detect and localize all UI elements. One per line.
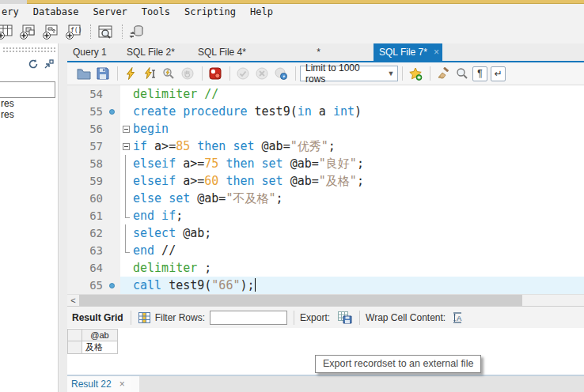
close-icon[interactable]: × xyxy=(434,47,439,58)
refresh-icon[interactable] xyxy=(28,58,39,70)
line-number: 62 xyxy=(67,224,103,242)
row-selector-header[interactable] xyxy=(68,330,82,341)
rollback-icon xyxy=(253,66,271,81)
result-table[interactable]: @ab及格 xyxy=(67,329,118,354)
menu-item-scripting[interactable]: Scripting xyxy=(177,6,243,17)
tab-bar-fill xyxy=(139,376,584,392)
sidebar-search-input[interactable] xyxy=(0,81,55,98)
find-icon[interactable] xyxy=(453,66,471,81)
create-view-icon[interactable] xyxy=(17,22,38,41)
token-pl: test9( xyxy=(161,278,211,292)
limit-rows-dropdown[interactable]: Limit to 1000 rows ▼ xyxy=(300,66,398,81)
collapse-panel-icon[interactable] xyxy=(44,58,55,70)
wrap-cell-content-label: Wrap Cell Content: xyxy=(366,312,446,323)
panel-grip[interactable] xyxy=(2,46,56,54)
sidebar-item[interactable]: res xyxy=(0,109,58,120)
code-line[interactable]: 58elseif a>=75 then set @ab="良好"; xyxy=(67,155,584,172)
column-header[interactable]: @ab xyxy=(82,330,118,341)
sql-code-editor[interactable]: 54delimiter //55create procedure test9(i… xyxy=(67,85,584,294)
statement-marker xyxy=(103,103,120,120)
scrollbar-thumb[interactable] xyxy=(79,295,522,306)
token-pl: // xyxy=(154,243,176,258)
menu-item-database[interactable]: Database xyxy=(26,6,86,17)
code-line[interactable]: 56begin xyxy=(67,120,584,138)
open-file-icon[interactable] xyxy=(75,66,93,81)
code-line[interactable]: 57if a>=85 then set @ab="优秀"; xyxy=(67,138,584,155)
token-kw: set xyxy=(169,191,190,205)
close-icon[interactable]: × xyxy=(119,379,125,390)
code-line[interactable]: 54delimiter // xyxy=(67,85,584,103)
fold-none-icon xyxy=(120,85,131,103)
code-line[interactable]: 64delimiter ; xyxy=(67,259,584,277)
horizontal-scrollbar[interactable]: < xyxy=(67,294,584,306)
fold-box-icon[interactable] xyxy=(120,120,131,138)
export-recordset-icon[interactable] xyxy=(338,311,352,324)
code-line[interactable]: 62select @ab; xyxy=(67,224,584,242)
code-text: select @ab; xyxy=(131,224,211,242)
export-tooltip: Export recordset to an external file xyxy=(315,355,481,373)
table-row[interactable]: 及格 xyxy=(68,341,118,354)
code-line[interactable]: 65call test9("66"); xyxy=(67,277,584,294)
document-tab[interactable]: Query 1 xyxy=(67,43,121,61)
token-kw: then xyxy=(226,174,254,188)
token-kw: set xyxy=(262,174,283,188)
filter-rows-input[interactable] xyxy=(210,311,287,325)
create-table-icon[interactable] xyxy=(0,22,15,41)
add-snippet-icon[interactable] xyxy=(407,66,424,81)
editor-area: Query 1SQL File 2*SQL File 4**SQL File 7… xyxy=(67,43,584,392)
document-tab[interactable]: SQL File 7*× xyxy=(374,43,442,61)
table-cell[interactable]: 及格 xyxy=(82,341,118,354)
token-pl: ; xyxy=(328,139,336,153)
code-line[interactable]: 60else set @ab="不及格"; xyxy=(67,190,584,207)
show-invisibles-icon[interactable]: ¶ xyxy=(472,66,487,81)
token-pl: a>= xyxy=(176,174,204,188)
line-number: 55 xyxy=(67,103,103,120)
beautify-icon[interactable] xyxy=(434,66,452,81)
code-line[interactable]: 61end if; xyxy=(67,207,584,224)
fold-box-icon[interactable] xyxy=(120,138,131,155)
result-tab-bar: Result 22× xyxy=(67,375,584,392)
menu-item-help[interactable]: Help xyxy=(243,6,280,17)
dropdown-arrow-icon[interactable]: ▼ xyxy=(385,70,397,77)
document-tab-label: Query 1 xyxy=(73,47,107,58)
code-line[interactable]: 63end // xyxy=(67,242,584,259)
token-kw: then xyxy=(226,156,254,171)
row-selector[interactable] xyxy=(68,341,82,354)
token-kw: set xyxy=(233,139,254,153)
document-tab[interactable]: SQL File 4* xyxy=(192,43,264,61)
execute-icon[interactable] xyxy=(122,66,139,81)
document-tab[interactable]: SQL File 2* xyxy=(121,43,192,61)
explain-icon[interactable] xyxy=(160,66,177,81)
code-line[interactable]: 55create procedure test9(in a int) xyxy=(67,103,584,120)
token-pl xyxy=(255,174,262,188)
wrap-toggle-icon[interactable]: ↵ xyxy=(491,66,506,81)
document-tab[interactable]: * xyxy=(264,43,374,61)
fold-line-icon xyxy=(120,172,131,190)
execute-current-icon[interactable] xyxy=(141,66,158,81)
create-function-icon[interactable]: f() xyxy=(63,22,84,41)
code-line[interactable]: 59elseif a>=60 then set @ab="及格"; xyxy=(67,172,584,190)
fold-line-icon xyxy=(120,155,131,172)
autocommit-icon[interactable] xyxy=(272,66,290,81)
token-pl: @ab= xyxy=(283,156,319,171)
save-icon[interactable] xyxy=(94,66,112,81)
token-pl: a xyxy=(312,104,333,119)
menu-item-ery[interactable]: ery xyxy=(0,6,26,17)
menu-item-server[interactable]: Server xyxy=(85,6,134,17)
result-tab-label: Result 22 xyxy=(71,379,112,390)
token-pl: @ab; xyxy=(176,226,211,240)
code-text: end if; xyxy=(131,207,183,224)
token-str: "优秀" xyxy=(290,139,328,153)
menu-item-tools[interactable]: Tools xyxy=(135,6,177,17)
sidebar-item[interactable]: res xyxy=(0,98,58,109)
token-num: 85 xyxy=(176,139,190,153)
stop-on-error-icon[interactable] xyxy=(207,66,224,81)
toolbar-separator xyxy=(430,66,430,81)
create-procedure-icon[interactable] xyxy=(40,22,61,41)
search-objects-icon[interactable] xyxy=(95,22,116,41)
scroll-left-arrow[interactable]: < xyxy=(67,295,79,306)
reconnect-db-icon[interactable] xyxy=(127,22,147,41)
wrap-cell-content-icon[interactable]: A xyxy=(452,312,463,323)
mysql-workbench-window: eryDatabaseServerToolsScriptingHelp f() xyxy=(0,0,584,392)
result-tab[interactable]: Result 22× xyxy=(67,376,131,392)
